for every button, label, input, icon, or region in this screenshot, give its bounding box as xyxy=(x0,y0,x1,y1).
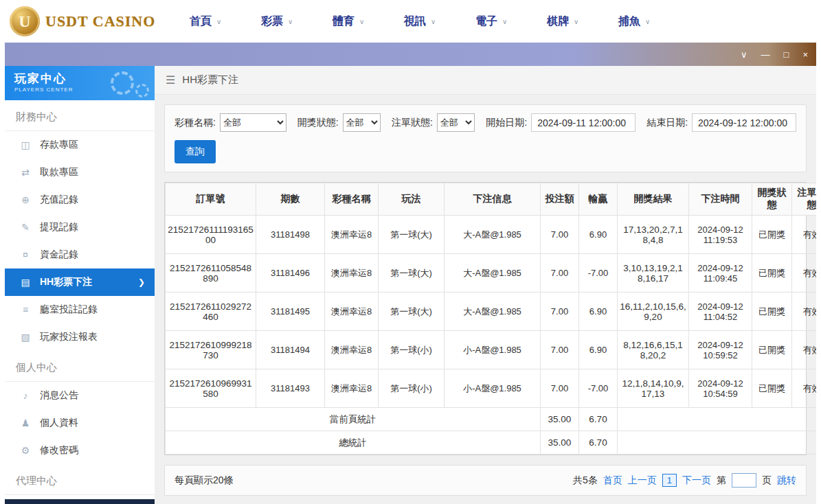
page-jump-input[interactable] xyxy=(732,473,756,488)
summary-empty xyxy=(618,431,817,455)
window-close-button[interactable]: × xyxy=(802,50,808,59)
jump-link[interactable]: 跳转 xyxy=(777,474,796,487)
cell-winloss: -7.00 xyxy=(579,369,618,408)
logo-letter: U xyxy=(19,12,30,31)
cell-lottery: 澳洲幸运8 xyxy=(325,254,379,293)
logo[interactable]: U USDT CASINO xyxy=(10,6,175,36)
draw-status-select[interactable]: 全部 xyxy=(343,113,381,132)
sidebar-item-label: 存款專區 xyxy=(40,139,78,151)
draw-status-label: 開獎狀態: xyxy=(297,117,339,129)
cell-order: 2152172611058548890 xyxy=(166,254,256,293)
cell-lottery: 澳洲幸运8 xyxy=(325,331,379,369)
order-status-select[interactable]: 全部 xyxy=(437,113,475,132)
nav-item-label: 捕魚 xyxy=(618,14,640,29)
cell-play: 第一球(小) xyxy=(379,331,445,369)
column-header: 注單狀態 xyxy=(792,183,817,216)
sidebar-item-存款專區[interactable]: ◫存款專區❯ xyxy=(5,131,155,159)
end-date-input[interactable] xyxy=(692,113,796,132)
chevron-down-icon: ∨ xyxy=(645,18,650,25)
window-titlebar: ∨ — □ × xyxy=(5,43,816,66)
window-dropdown-icon[interactable]: ∨ xyxy=(741,50,747,59)
cell-winloss: -7.00 xyxy=(579,254,618,293)
table-row: 215217261096993158031181493澳洲幸运8第一球(小)小-… xyxy=(166,369,817,408)
start-date-input[interactable] xyxy=(531,113,636,132)
sidebar-item-充值記錄[interactable]: ⊕充值記錄❯ xyxy=(5,186,155,214)
sidebar-section-title: 個人中心 xyxy=(5,351,155,382)
filter-panel: 彩種名稱: 全部 開獎狀態: 全部 注單狀態: 全部 開始日期: xyxy=(164,104,807,172)
current-page-button[interactable]: 1 xyxy=(662,474,677,487)
cell-bet_info: 大-A盤@1.985 xyxy=(445,293,541,331)
chevron-down-icon: ∨ xyxy=(431,18,436,25)
summary-row: 當前頁統計35.006.70 xyxy=(166,408,817,431)
chevron-down-icon: ∨ xyxy=(216,18,221,25)
window-minimize-button[interactable]: — xyxy=(761,50,770,59)
menu-icon[interactable]: ☰ xyxy=(166,73,175,87)
sidebar-sections: 財務中心◫存款專區❯⇄取款專區❯⊕充值記錄❯✎提現記錄❯¤資金記錄❯▤HH彩票下… xyxy=(5,100,155,495)
sidebar-item-修改密碼[interactable]: ⚙修改密碼❯ xyxy=(5,437,155,464)
sidebar-item-label: 消息公告 xyxy=(40,389,78,402)
summary-row: 總統計35.006.70 xyxy=(166,431,817,455)
cell-issue: 31181496 xyxy=(256,254,325,293)
cell-amount: 7.00 xyxy=(541,293,579,331)
sidebar-item-HH彩票下注[interactable]: ▤HH彩票下注❯ xyxy=(5,268,155,296)
table-row: 215217261102927246031181495澳洲幸运8第一球(大)大-… xyxy=(166,293,817,331)
nav-item-捕魚[interactable]: 捕魚∨ xyxy=(618,14,690,29)
top-navbar: U USDT CASINO 首頁∨彩票∨體育∨視訊∨電子∨棋牌∨捕魚∨ xyxy=(0,0,821,43)
summary-amount: 35.00 xyxy=(541,408,579,431)
nav-item-彩票[interactable]: 彩票∨ xyxy=(261,14,333,29)
summary-amount: 35.00 xyxy=(541,431,579,455)
change-password-icon: ⚙ xyxy=(20,445,31,456)
poker-chip-icon xyxy=(135,84,149,98)
sidebar-item-取款專區[interactable]: ⇄取款專區❯ xyxy=(5,159,155,186)
lottery-name-label: 彩種名稱: xyxy=(175,117,216,129)
sidebar-item-label: 玩家投注報表 xyxy=(40,331,98,343)
summary-label: 當前頁統計 xyxy=(166,408,541,431)
column-header: 玩法 xyxy=(379,183,445,216)
window-maximize-button[interactable]: □ xyxy=(784,50,789,59)
sidebar-item-提現記錄[interactable]: ✎提現記錄❯ xyxy=(5,214,155,241)
main-nav: 首頁∨彩票∨體育∨視訊∨電子∨棋牌∨捕魚∨ xyxy=(175,14,811,29)
sidebar-item-廳室投註記錄[interactable]: ≡廳室投註記錄❯ xyxy=(5,296,155,323)
summary-winloss: 6.70 xyxy=(579,431,618,455)
cell-time: 2024-09-12 10:59:52 xyxy=(689,331,752,369)
cell-order: 2152172610999218730 xyxy=(166,331,256,369)
column-header: 開獎結果 xyxy=(618,183,689,216)
main-panel: ☰ HH彩票下注 彩種名稱: 全部 開獎狀態: 全部 注單狀態: xyxy=(155,66,816,504)
cell-result: 17,13,20,2,7,18,4,8 xyxy=(618,216,689,254)
filter-row: 彩種名稱: 全部 開獎狀態: 全部 注單狀態: 全部 開始日期: xyxy=(175,113,796,132)
first-page-link[interactable]: 首页 xyxy=(603,474,622,487)
recharge-record-icon: ⊕ xyxy=(20,194,31,205)
nav-item-棋牌[interactable]: 棋牌∨ xyxy=(547,14,618,29)
sidebar-item-消息公告[interactable]: ♪消息公告❯ xyxy=(5,382,155,409)
cell-order_status: 有效 xyxy=(792,293,817,331)
nav-item-體育[interactable]: 體育∨ xyxy=(333,14,404,29)
summary-winloss: 6.70 xyxy=(579,408,618,431)
cell-lottery: 澳洲幸运8 xyxy=(325,216,379,254)
cell-amount: 7.00 xyxy=(541,369,579,408)
cell-play: 第一球(大) xyxy=(379,293,445,331)
prev-page-link[interactable]: 上一页 xyxy=(628,474,657,487)
next-page-link[interactable]: 下一页 xyxy=(682,474,711,487)
nav-item-label: 棋牌 xyxy=(547,14,569,29)
nav-item-label: 視訊 xyxy=(404,14,426,29)
sidebar-item-個人資料[interactable]: ♟個人資料❯ xyxy=(5,409,155,437)
sidebar-item-玩家投注報表[interactable]: ▧玩家投注報表❯ xyxy=(5,323,155,351)
hall-bet-record-icon: ≡ xyxy=(20,304,31,315)
lottery-name-select[interactable]: 全部 xyxy=(220,113,286,132)
funds-record-icon: ¤ xyxy=(20,249,31,260)
pagination: 共5条 首页 上一页 1 下一页 第 页 跳转 xyxy=(573,473,796,488)
sidebar: 玩家中心 PLAYERS CENTER 財務中心◫存款專區❯⇄取款專區❯⊕充值記… xyxy=(5,66,155,504)
nav-item-首頁[interactable]: 首頁∨ xyxy=(190,14,261,29)
sidebar-item-label: HH彩票下注 xyxy=(40,276,92,288)
column-header: 期數 xyxy=(256,183,325,216)
summary-label: 總統計 xyxy=(166,431,541,455)
nav-item-視訊[interactable]: 視訊∨ xyxy=(404,14,475,29)
search-button[interactable]: 查詢 xyxy=(175,140,216,163)
nav-item-電子[interactable]: 電子∨ xyxy=(475,14,547,29)
column-header: 下注時間 xyxy=(689,183,752,216)
bets-table-wrap: 訂單號期數彩種名稱玩法下注信息投注額輸贏開獎結果下注時間開獎狀態注單狀態 215… xyxy=(164,182,807,455)
poker-chip-icon xyxy=(111,71,134,95)
cell-bet_info: 大-A盤@1.985 xyxy=(445,254,541,293)
sidebar-item-資金記錄[interactable]: ¤資金記錄❯ xyxy=(5,241,155,268)
nav-item-label: 彩票 xyxy=(261,14,283,29)
